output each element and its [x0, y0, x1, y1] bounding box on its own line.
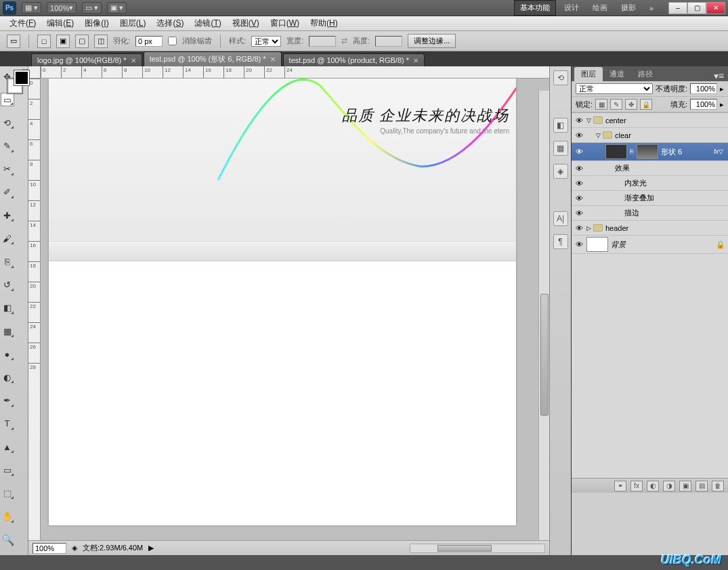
menu-image[interactable]: 图像(I) [79, 16, 114, 30]
refine-edge-button[interactable]: 调整边缘... [408, 34, 456, 48]
eraser-tool[interactable]: ◧ [1, 301, 14, 315]
scrollbar-thumb[interactable] [540, 294, 549, 416]
adjustment-layer-icon[interactable]: ◑ [663, 481, 675, 491]
window-maximize-button[interactable]: ▢ [687, 2, 706, 14]
layer-name[interactable]: header [605, 224, 628, 232]
tab-channels[interactable]: 通道 [603, 67, 631, 81]
crop-tool[interactable]: ✂ [1, 162, 14, 176]
stamp-tool[interactable]: ⎘ [1, 255, 14, 269]
layer-group-header[interactable]: 👁 ▷ header [572, 221, 728, 236]
visibility-icon[interactable]: 👁 [574, 179, 584, 188]
blend-mode-select[interactable]: 正常 [576, 83, 653, 94]
visibility-icon[interactable]: 👁 [574, 116, 584, 125]
status-zoom-input[interactable] [33, 543, 66, 554]
lock-transparency-icon[interactable]: ▦ [595, 99, 607, 110]
healing-tool[interactable]: ✚ [1, 209, 14, 222]
layer-effect-gradient-overlay[interactable]: 👁 渐变叠加 [572, 191, 728, 206]
vector-mask-thumb[interactable] [637, 144, 658, 159]
layer-thumb[interactable] [605, 144, 627, 159]
visibility-icon[interactable]: 👁 [574, 223, 584, 233]
horizontal-ruler[interactable]: 024681012141618202224 [28, 66, 549, 79]
history-brush-tool[interactable]: ↺ [1, 278, 14, 292]
gradient-tool[interactable]: ▦ [1, 324, 14, 338]
path-select-tool[interactable]: ▲ [1, 440, 14, 454]
new-group-icon[interactable]: ▣ [679, 481, 691, 491]
style-select[interactable]: 正常 [251, 36, 281, 47]
link-layers-icon[interactable]: ⚭ [614, 481, 626, 491]
styles-panel-icon[interactable]: ◈ [553, 164, 568, 179]
pen-tool[interactable]: ✒ [1, 394, 14, 408]
eyedropper-tool[interactable]: ✐ [1, 185, 14, 199]
fx-badge[interactable]: fx [714, 148, 719, 155]
close-icon[interactable]: ✕ [131, 57, 136, 64]
quick-select-tool[interactable]: ✎ [1, 139, 14, 153]
layer-name[interactable]: center [605, 116, 626, 125]
layer-background[interactable]: 👁 背景 🔒 [572, 236, 728, 254]
doc-size-icon[interactable]: ◈ [72, 544, 77, 552]
link-icon[interactable]: ⎘ [630, 148, 637, 155]
foreground-color[interactable] [14, 70, 29, 85]
color-swatches[interactable] [14, 70, 22, 93]
fx-expand-icon[interactable]: ▽ [719, 148, 725, 155]
layer-effects[interactable]: 👁 效果 [572, 161, 728, 176]
lock-icon[interactable]: 🔒 [716, 240, 725, 249]
zoom-control[interactable]: 100% ▾ [47, 2, 77, 14]
layer-shape6[interactable]: 👁 ⎘ 形状 6 fx ▽ [572, 143, 728, 161]
add-selection-icon[interactable]: ▣ [56, 35, 70, 48]
menu-window[interactable]: 窗口(W) [265, 16, 305, 30]
delete-layer-icon[interactable]: 🗑 [712, 481, 724, 491]
ps-logo[interactable]: Ps [3, 1, 16, 15]
tab-layers[interactable]: 图层 [574, 67, 603, 81]
layer-thumb[interactable] [586, 237, 608, 252]
swatches-panel-icon[interactable]: ▦ [553, 141, 568, 156]
menu-layer[interactable]: 图层(L) [114, 16, 152, 30]
type-tool[interactable]: T [1, 417, 14, 431]
tab-paths[interactable]: 路径 [631, 67, 660, 81]
menu-edit[interactable]: 编辑(E) [41, 16, 79, 30]
workspace-photography[interactable]: 摄影 [616, 1, 641, 15]
window-minimize-button[interactable]: – [668, 2, 687, 14]
layer-effect-inner-glow[interactable]: 👁 内发光 [572, 176, 728, 191]
marquee-tool[interactable]: ▭ [1, 93, 14, 106]
layer-group-clear[interactable]: 👁 ▽ clear [572, 128, 728, 143]
layers-list[interactable]: 👁 ▽ center 👁 ▽ clear 👁 ⎘ [572, 112, 728, 478]
lock-all-icon[interactable]: 🔒 [640, 99, 652, 110]
window-close-button[interactable]: ✕ [706, 2, 725, 14]
new-selection-icon[interactable]: □ [37, 35, 51, 48]
expand-icon[interactable]: ▽ [586, 117, 593, 124]
visibility-icon[interactable]: 👁 [574, 131, 584, 140]
workspace-design[interactable]: 设计 [559, 1, 584, 15]
visibility-icon[interactable]: 👁 [574, 194, 584, 203]
layer-name[interactable]: 背景 [611, 240, 626, 250]
menu-select[interactable]: 选择(S) [151, 16, 189, 30]
layer-fx-icon[interactable]: fx [630, 481, 643, 491]
document-tab[interactable]: test.psd @ 100% (形状 6, RGB/8) *✕ [144, 51, 282, 66]
expand-icon[interactable]: ▷ [586, 225, 593, 232]
visibility-icon[interactable]: 👁 [574, 240, 584, 249]
scrollbar-thumb[interactable] [437, 545, 492, 552]
document-tab[interactable]: test.psd @ 100% (product, RGB/8) *✕ [283, 53, 425, 66]
chevron-right-icon[interactable]: ▸ [720, 100, 724, 109]
shape-tool[interactable]: ▭ [1, 463, 14, 477]
feather-input[interactable] [135, 36, 163, 47]
workspace-painting[interactable]: 绘画 [587, 1, 613, 15]
close-icon[interactable]: ✕ [270, 56, 276, 63]
menu-help[interactable]: 帮助(H) [305, 16, 343, 30]
chevron-right-icon[interactable]: ▶ [148, 544, 154, 552]
visibility-icon[interactable]: 👁 [574, 147, 584, 156]
history-panel-icon[interactable]: ⟲ [553, 70, 568, 85]
tool-preset-icon[interactable]: ▭ [7, 35, 20, 48]
close-icon[interactable]: ✕ [413, 57, 419, 64]
horizontal-scrollbar[interactable] [410, 544, 545, 553]
menu-view[interactable]: 视图(V) [227, 16, 265, 30]
arrange-menu[interactable]: ▭ ▾ [82, 2, 102, 14]
menu-file[interactable]: 文件(F) [4, 16, 41, 30]
view-mode-menu[interactable]: ▦ ▾ [22, 2, 41, 14]
layer-effect-stroke[interactable]: 👁 描边 [572, 206, 728, 221]
lock-position-icon[interactable]: ✥ [625, 99, 637, 110]
chevron-right-icon[interactable]: ▸ [720, 85, 724, 93]
workspace-more[interactable]: » [644, 2, 659, 14]
expand-icon[interactable]: ▽ [596, 132, 603, 139]
subtract-selection-icon[interactable]: ▢ [75, 35, 89, 48]
layer-name[interactable]: clear [615, 131, 631, 139]
